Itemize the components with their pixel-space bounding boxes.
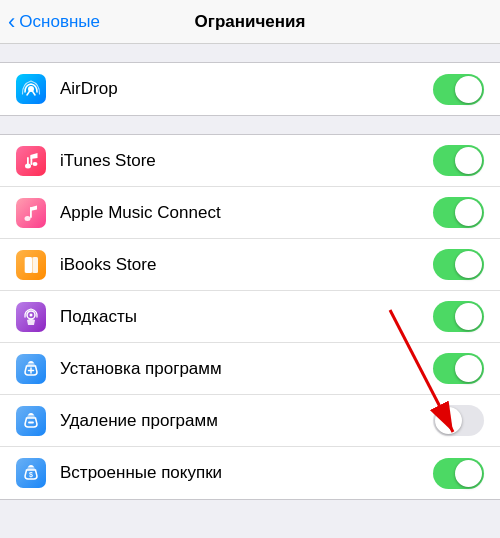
table-row: Apple Music Connect [0,187,500,239]
back-chevron-icon: ‹ [8,11,15,33]
svg-rect-4 [27,157,29,165]
in-app-purchases-icon: $ [16,458,46,488]
toggle-knob [455,147,482,174]
ibooks-label: iBooks Store [60,255,433,275]
svg-point-5 [25,216,31,221]
svg-rect-8 [25,257,32,273]
svg-point-2 [33,162,38,166]
install-apps-icon [16,354,46,384]
airdrop-toggle[interactable] [433,74,484,105]
in-app-purchases-label: Встроенные покупки [60,463,433,483]
nav-bar: ‹ Основные Ограничения [0,0,500,44]
airdrop-label: AirDrop [60,79,433,99]
nav-back-label: Основные [19,12,100,32]
airdrop-section: AirDrop [0,62,500,116]
music-toggle[interactable] [433,197,484,228]
svg-point-11 [30,313,33,316]
in-app-purchases-toggle[interactable] [433,458,484,489]
podcasts-icon [16,302,46,332]
nav-back-button[interactable]: ‹ Основные [8,11,100,33]
apps-section: iTunes Store Apple Music Connect [0,134,500,500]
table-row: iBooks Store [0,239,500,291]
table-row: $ Встроенные покупки [0,447,500,499]
itunes-toggle[interactable] [433,145,484,176]
table-row: iTunes Store [0,135,500,187]
music-icon [16,198,46,228]
nav-title: Ограничения [195,12,306,32]
table-row: AirDrop [0,63,500,115]
toggle-knob [455,303,482,330]
table-row: Удаление программ [0,395,500,447]
music-label: Apple Music Connect [60,203,433,223]
airdrop-icon [16,74,46,104]
svg-text:$: $ [29,471,33,479]
itunes-icon [16,146,46,176]
itunes-label: iTunes Store [60,151,433,171]
section-gap-middle [0,116,500,134]
toggle-knob [455,355,482,382]
toggle-knob [435,407,462,434]
install-apps-label: Установка программ [60,359,433,379]
toggle-knob [455,76,482,103]
toggle-knob [455,251,482,278]
toggle-knob [455,460,482,487]
install-apps-toggle[interactable] [433,353,484,384]
podcasts-toggle[interactable] [433,301,484,332]
ibooks-icon [16,250,46,280]
delete-apps-toggle[interactable] [433,405,484,436]
table-row: Подкасты [0,291,500,343]
toggle-knob [455,199,482,226]
table-row: Установка программ [0,343,500,395]
delete-apps-label: Удаление программ [60,411,433,431]
section-gap-top [0,44,500,62]
svg-rect-9 [33,257,39,273]
page-wrapper: ‹ Основные Ограничения AirDrop [0,0,500,538]
podcasts-label: Подкасты [60,307,433,327]
ibooks-toggle[interactable] [433,249,484,280]
delete-apps-icon [16,406,46,436]
